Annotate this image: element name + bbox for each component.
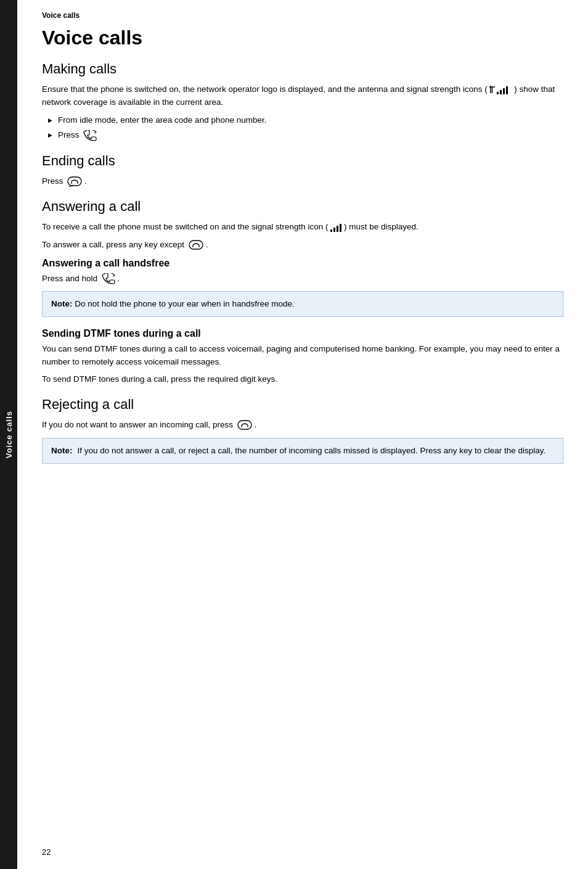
svg-rect-7: [68, 177, 81, 186]
breadcrumb: Voice calls: [42, 11, 563, 20]
page-number: 22: [42, 847, 51, 857]
bullet-item-2: Press: [48, 128, 563, 142]
svg-rect-14: [189, 241, 203, 249]
svg-rect-3: [497, 92, 499, 94]
answering-intro: To receive a call the phone must be swit…: [42, 221, 563, 234]
antenna-signal-icon: [489, 84, 512, 96]
section-rejecting: Rejecting a call If you do not want to a…: [42, 397, 563, 464]
section-dtmf: Sending DTMF tones during a call You can…: [42, 328, 563, 385]
section-ending-calls: Ending calls Press .: [42, 153, 563, 188]
call-button-icon: [81, 128, 97, 142]
rejecting-note-label: Note:: [51, 445, 73, 457]
making-calls-intro: Ensure that the phone is switched on, th…: [42, 83, 563, 109]
rejecting-note-text: If you do not answer a call, or reject a…: [75, 445, 546, 457]
handsfree-text: Press and hold .: [42, 273, 563, 286]
section-title-answering: Answering a call: [42, 199, 563, 215]
section-title-rejecting: Rejecting a call: [42, 397, 563, 413]
rejecting-note: Note: If you do not answer a call, or re…: [42, 438, 563, 464]
end-call-icon-3: [235, 419, 252, 431]
making-calls-list: From idle mode, enter the area code and …: [48, 113, 563, 142]
answering-key-text: To answer a call, press any key except .: [42, 239, 563, 252]
signal-strength-icon: [330, 221, 341, 234]
rejecting-text: If you do not want to answer an incoming…: [42, 419, 563, 432]
end-call-icon-2: [187, 239, 203, 251]
svg-rect-12: [337, 226, 338, 232]
side-tab: Voice calls: [0, 0, 17, 869]
content-area: Voice calls Voice calls Making calls Ens…: [17, 0, 588, 869]
handsfree-note: Note: Do not hold the phone to your ear …: [42, 291, 563, 317]
svg-rect-13: [340, 224, 341, 232]
handsfree-note-text: Do not hold the phone to your ear when i…: [75, 299, 295, 308]
handsfree-note-label: Note:: [51, 299, 73, 308]
svg-rect-11: [333, 228, 335, 232]
svg-rect-4: [500, 90, 502, 94]
dtmf-para2: To send DTMF tones during a call, press …: [42, 373, 563, 385]
section-making-calls: Making calls Ensure that the phone is sw…: [42, 61, 563, 142]
dtmf-para1: You can send DTMF tones during a call to…: [42, 343, 563, 368]
side-tab-label: Voice calls: [4, 411, 14, 458]
svg-rect-17: [238, 421, 251, 429]
call-button-icon-2: [100, 273, 115, 285]
svg-rect-10: [330, 229, 332, 232]
section-title-making-calls: Making calls: [42, 61, 563, 77]
section-title-handsfree: Answering a call handsfree: [42, 258, 563, 269]
svg-rect-6: [506, 86, 508, 94]
page-title: Voice calls: [42, 27, 563, 49]
svg-rect-5: [503, 88, 505, 94]
section-title-dtmf: Sending DTMF tones during a call: [42, 328, 563, 339]
section-answering-call: Answering a call To receive a call the p…: [42, 199, 563, 317]
end-call-icon: [65, 175, 82, 187]
section-title-ending-calls: Ending calls: [42, 153, 563, 169]
ending-calls-text: Press .: [42, 175, 563, 188]
bullet-item-1: From idle mode, enter the area code and …: [48, 113, 563, 127]
